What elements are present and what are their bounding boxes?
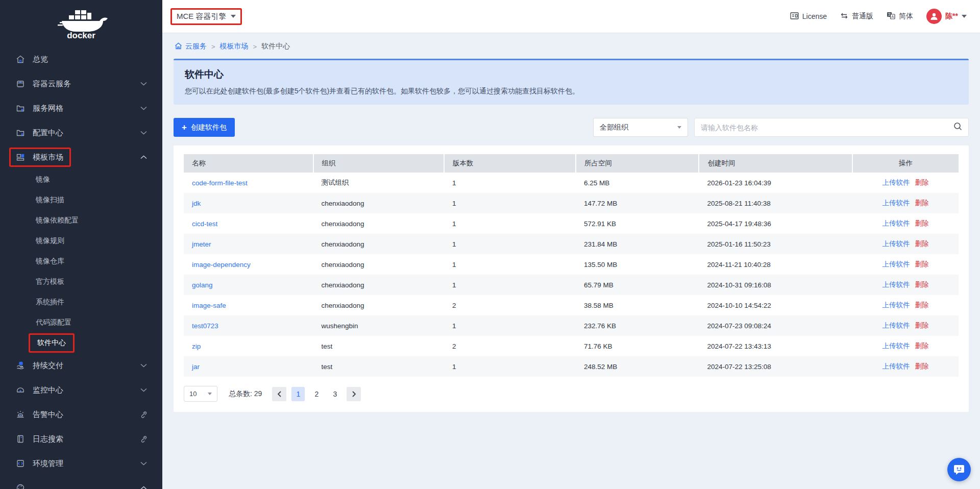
language-switch-button[interactable]: 文 A 简体 [887,12,913,21]
sidebar-item-template-market[interactable]: 模板市场 [0,145,162,169]
cell-name: cicd-test [184,213,313,234]
delete-link[interactable]: 删除 [915,219,929,227]
product-selector-label: MCE 容器引擎 [177,12,227,21]
package-name-link[interactable]: image-safe [192,302,226,309]
sidebar-item-log-search[interactable]: 日志搜索 [0,427,162,451]
sidebar-item-label: 模板市场 [33,153,63,162]
sidebar-subitem-image-scan[interactable]: 镜像扫描 [0,190,162,210]
upload-software-link[interactable]: 上传软件 [883,199,910,207]
svg-text:docker: docker [67,31,95,40]
table-row: ziptest271.76 KB2024-07-22 13:43:13上传软件删… [184,336,959,356]
sidebar-item-alert-center[interactable]: 告警中心 [0,402,162,427]
sidebar-subitem-image-rule[interactable]: 镜像规则 [0,231,162,251]
delete-link[interactable]: 删除 [915,362,929,370]
delete-link[interactable]: 删除 [915,179,929,186]
page-number-3[interactable]: 3 [328,387,341,401]
table-row: jartest1248.52 MB2024-07-22 13:25:08上传软件… [184,356,959,377]
package-name-link[interactable]: cicd-test [192,220,217,228]
sidebar-item-label: 总览 [33,55,48,64]
sidebar-item-theme[interactable] [0,476,162,489]
breadcrumb-cloud-service[interactable]: 云服务 [175,42,207,51]
palette-icon [15,483,26,489]
col-header-versions: 版本数 [444,154,576,173]
package-name-link[interactable]: jdk [192,200,201,207]
page-size-dropdown[interactable]: 10 [184,386,217,402]
external-link-icon [139,435,147,443]
sidebar-nav: 总览容器云服务服务网格配置中心模板市场镜像镜像扫描镜像依赖配置镜像规则镜像仓库官… [0,47,162,489]
table-row: code-form-file-test测试组织16.25 MB2026-01-2… [184,173,959,193]
sidebar-subitem-image-dependency[interactable]: 镜像依赖配置 [0,210,162,231]
delete-link[interactable]: 删除 [915,301,929,309]
upload-software-link[interactable]: 上传软件 [883,260,910,268]
delete-link[interactable]: 删除 [915,260,929,268]
upload-software-link[interactable]: 上传软件 [883,362,910,370]
sidebar-item-service-mesh[interactable]: 服务网格 [0,96,162,120]
cell-size: 231.84 MB [576,234,699,254]
next-page-button[interactable] [347,387,361,401]
sidebar-item-container-cloud[interactable]: 容器云服务 [0,71,162,96]
breadcrumb-template-market[interactable]: 模板市场 [220,42,249,51]
org-filter-dropdown[interactable]: 全部组织 [593,118,688,137]
sidebar-subitem-label: 官方模板 [36,277,64,286]
upload-software-link[interactable]: 上传软件 [883,281,910,288]
upload-software-link[interactable]: 上传软件 [883,219,910,227]
sidebar-subitem-code-source[interactable]: 代码源配置 [0,312,162,333]
sidebar-subitem-system-plugin[interactable]: 系统插件 [0,292,162,312]
page-number-2[interactable]: 2 [310,387,323,401]
pagination: 10 总条数: 29 123 [184,386,959,402]
cell-org: chenxiaodong [313,275,445,295]
sidebar-subitem-image[interactable]: 镜像 [0,169,162,190]
sidebar-item-config-center[interactable]: 配置中心 [0,120,162,145]
delete-link[interactable]: 删除 [915,199,929,207]
product-selector-dropdown[interactable]: MCE 容器引擎 [170,8,242,25]
delete-link[interactable]: 删除 [915,322,929,329]
package-table-card: 名称 组织 版本数 所占空间 创建时间 操作 code-form-file-te… [174,145,969,412]
prev-page-button[interactable] [272,387,286,401]
package-name-link[interactable]: golang [192,281,213,289]
cell-versions: 1 [444,356,576,377]
sidebar-item-monitor-center[interactable]: 监控中心 [0,378,162,402]
license-button[interactable]: License [790,12,827,21]
page-header-panel: 软件中心 您可以在此处创建软件包(最多创建5个软件包)并查看已有的软件包。如果软… [174,59,969,105]
search-input[interactable] [701,124,953,132]
sidebar-subitem-image-registry[interactable]: 镜像仓库 [0,251,162,272]
package-name-link[interactable]: test0723 [192,322,218,330]
user-menu[interactable]: 陈** [926,9,967,24]
upload-software-link[interactable]: 上传软件 [883,342,910,350]
package-name-link[interactable]: jar [192,363,200,371]
sidebar-item-continuous-delivery[interactable]: 持续交付 [0,353,162,378]
table-row: image-dependencychenxiaodong1135.50 MB20… [184,254,959,275]
cell-org: chenxiaodong [313,213,445,234]
cell-actions: 上传软件删除 [852,295,959,315]
cell-name: golang [184,275,313,295]
col-header-name: 名称 [184,154,313,173]
package-name-link[interactable]: jmeter [192,240,211,248]
delete-link[interactable]: 删除 [915,281,929,288]
support-chat-button[interactable] [947,458,971,481]
upload-software-link[interactable]: 上传软件 [883,322,910,329]
upload-software-link[interactable]: 上传软件 [883,179,910,186]
sidebar-subitem-software-center[interactable]: 软件中心 [0,333,162,353]
search-icon[interactable] [953,122,962,133]
create-package-button[interactable]: + 创建软件包 [174,118,235,137]
edition-switch-button[interactable]: 普通版 [840,12,873,21]
alarm-icon [15,409,26,420]
package-name-link[interactable]: image-dependency [192,261,251,268]
page-number-1[interactable]: 1 [291,387,305,401]
cell-created: 2024-07-22 13:43:13 [699,336,852,356]
sidebar-item-label: 环境管理 [33,459,63,469]
sidebar-item-env-manage[interactable]: 环境管理 [0,451,162,476]
cell-versions: 1 [444,213,576,234]
package-name-link[interactable]: zip [192,343,201,350]
cell-name: image-safe [184,295,313,315]
package-name-link[interactable]: code-form-file-test [192,179,248,187]
delete-link[interactable]: 删除 [915,240,929,248]
upload-software-link[interactable]: 上传软件 [883,301,910,309]
delete-link[interactable]: 删除 [915,342,929,350]
table-row: golangchenxiaodong165.79 MB2024-10-31 09… [184,275,959,295]
cell-actions: 上传软件删除 [852,173,959,193]
app-window: docker 总览容器云服务服务网格配置中心模板市场镜像镜像扫描镜像依赖配置镜像… [0,0,980,489]
sidebar-subitem-official-template[interactable]: 官方模板 [0,272,162,292]
sidebar-item-overview[interactable]: 总览 [0,47,162,71]
upload-software-link[interactable]: 上传软件 [883,240,910,248]
